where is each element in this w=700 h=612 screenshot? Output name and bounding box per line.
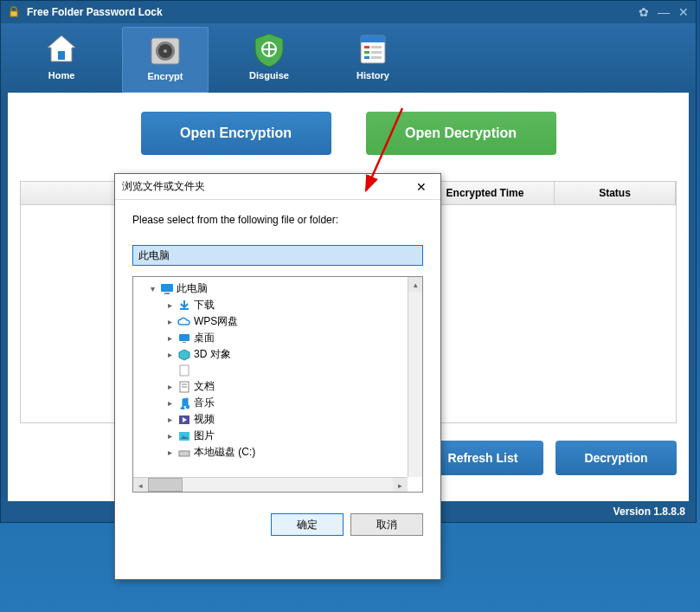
svg-rect-0 <box>10 11 17 16</box>
picture-icon <box>177 429 192 443</box>
tree-root-label: 此电脑 <box>177 281 208 296</box>
dialog-title: 浏览文件或文件夹 <box>122 179 205 194</box>
scroll-right-arrow[interactable]: ▸ <box>393 478 408 493</box>
tree-label: 视频 <box>194 412 215 427</box>
tree-item-desktop[interactable]: 桌面 <box>137 330 419 346</box>
toolbar-encrypt[interactable]: Encrypt <box>122 27 209 93</box>
expand-icon[interactable] <box>164 300 175 310</box>
svg-marker-24 <box>179 350 189 360</box>
svg-rect-12 <box>364 46 369 48</box>
video-icon <box>177 413 192 427</box>
home-icon <box>42 30 80 68</box>
computer-icon <box>159 282 175 296</box>
encrypt-icon <box>146 31 184 69</box>
version-text: Version 1.8.8.8 <box>613 506 685 518</box>
scroll-up-arrow[interactable]: ▴ <box>408 277 422 292</box>
expand-icon[interactable] <box>164 317 175 326</box>
tree-label: 下载 <box>194 298 215 312</box>
desktop-icon <box>177 332 192 345</box>
tree-label: 文档 <box>194 379 215 394</box>
svg-rect-20 <box>161 284 173 292</box>
tree-item-wps[interactable]: WPS网盘 <box>137 313 419 330</box>
svg-rect-15 <box>371 51 382 54</box>
expand-icon[interactable] <box>164 431 175 441</box>
dialog-cancel-button[interactable]: 取消 <box>350 513 423 536</box>
tree-item-downloads[interactable]: 下载 <box>137 297 419 313</box>
svg-rect-33 <box>179 451 189 456</box>
tree-item-3d[interactable]: 3D 对象 <box>137 346 419 363</box>
tree-label: 本地磁盘 (C:) <box>194 445 255 460</box>
scroll-left-arrow[interactable]: ◂ <box>133 478 148 493</box>
window-controls: ✿ — ✕ <box>639 5 689 19</box>
svg-rect-23 <box>183 342 186 343</box>
svg-rect-11 <box>361 35 385 42</box>
toolbar-history-label: History <box>356 70 389 81</box>
toolbar-home[interactable]: Home <box>18 27 105 93</box>
document-icon <box>177 380 192 394</box>
dialog-title-bar: 浏览文件或文件夹 ✕ <box>115 174 440 200</box>
history-icon <box>354 30 392 68</box>
title-bar: Free Folder Password Lock ✿ — ✕ <box>1 1 696 23</box>
toolbar-disguise[interactable]: Disguise <box>226 27 312 93</box>
tree-inner[interactable]: 此电脑 下载 WPS网盘 桌面 <box>133 277 422 478</box>
dialog-prompt: Please select from the following file or… <box>132 214 423 226</box>
toolbar-disguise-label: Disguise <box>249 70 289 81</box>
tree-root[interactable]: 此电脑 <box>137 280 419 297</box>
svg-point-6 <box>164 49 167 53</box>
svg-rect-16 <box>364 56 369 59</box>
close-button[interactable]: ✕ <box>678 5 689 19</box>
toolbar-encrypt-label: Encrypt <box>148 71 183 81</box>
svg-rect-22 <box>179 334 189 341</box>
toolbar-history[interactable]: History <box>330 27 416 93</box>
tree-scrollbar-horizontal[interactable]: ◂ ▸ <box>133 477 408 492</box>
open-encryption-button[interactable]: Open Encryption <box>141 112 331 155</box>
svg-rect-25 <box>180 365 189 376</box>
folder-tree: 此电脑 下载 WPS网盘 桌面 <box>132 276 423 493</box>
tree-item-documents[interactable]: 文档 <box>137 378 419 395</box>
download-icon <box>177 299 192 312</box>
lock-icon <box>8 6 20 18</box>
tree-item-drive-c[interactable]: 本地磁盘 (C:) <box>137 444 419 461</box>
dialog-close-button[interactable]: ✕ <box>409 178 433 196</box>
open-decryption-button[interactable]: Open Decryption <box>366 112 556 155</box>
scroll-thumb[interactable] <box>148 478 183 492</box>
tree-item-blank[interactable] <box>137 363 419 378</box>
tree-label: 3D 对象 <box>194 347 231 362</box>
browse-dialog: 浏览文件或文件夹 ✕ Please select from the follow… <box>114 173 441 580</box>
main-buttons: Open Encryption Open Decryption <box>20 112 677 155</box>
tree-item-music[interactable]: 音乐 <box>137 395 419 411</box>
cloud-icon <box>177 315 192 329</box>
toolbar: Home Encrypt Disguise History <box>1 23 696 93</box>
window-title: Free Folder Password Lock <box>27 6 639 18</box>
dialog-buttons: 确定 取消 <box>132 513 423 536</box>
tree-label: 桌面 <box>194 331 215 345</box>
dialog-ok-button[interactable]: 确定 <box>271 513 344 536</box>
svg-rect-14 <box>364 51 369 54</box>
svg-rect-21 <box>164 293 170 294</box>
col-status[interactable]: Status <box>555 182 676 204</box>
expand-icon[interactable] <box>164 350 175 359</box>
tree-label: WPS网盘 <box>194 314 238 329</box>
minimize-button[interactable]: — <box>658 5 670 19</box>
settings-icon[interactable]: ✿ <box>639 5 649 19</box>
expand-icon[interactable] <box>147 284 157 293</box>
expand-icon[interactable] <box>164 382 175 391</box>
tree-label: 图片 <box>194 428 215 443</box>
toolbar-home-label: Home <box>48 70 75 81</box>
cube-icon <box>177 348 192 362</box>
svg-rect-17 <box>371 56 382 59</box>
dialog-body: Please select from the following file or… <box>115 200 440 550</box>
expand-icon[interactable] <box>164 448 175 457</box>
decryption-button[interactable]: Decryption <box>556 441 677 475</box>
tree-scrollbar-vertical[interactable]: ▴ <box>408 277 422 477</box>
file-icon <box>177 364 192 377</box>
music-icon <box>177 396 192 410</box>
tree-item-video[interactable]: 视频 <box>137 411 419 428</box>
svg-rect-13 <box>371 46 382 48</box>
tree-item-pictures[interactable]: 图片 <box>137 428 419 444</box>
svg-rect-2 <box>58 51 65 60</box>
path-input[interactable] <box>132 245 423 266</box>
expand-icon[interactable] <box>164 415 175 424</box>
expand-icon[interactable] <box>164 333 175 343</box>
expand-icon[interactable] <box>164 398 175 408</box>
